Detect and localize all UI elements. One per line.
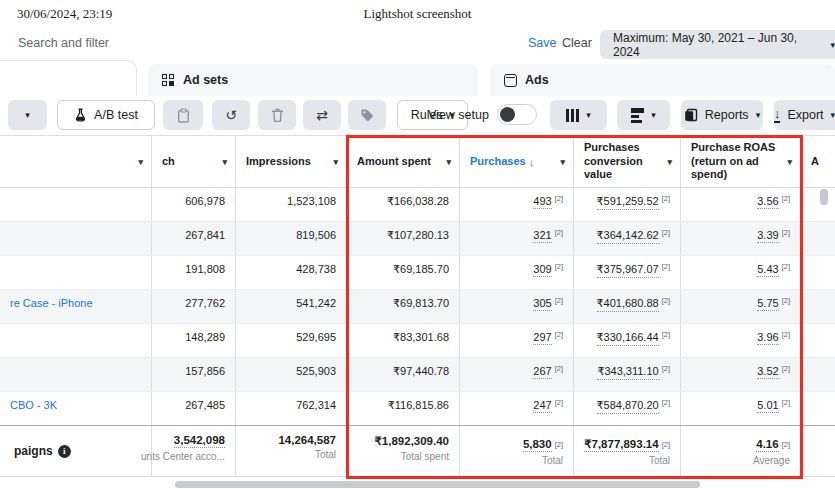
purchases-cell[interactable]: 247[2] — [460, 392, 574, 425]
conversion-value-cell[interactable]: ₹591,259.52[2] — [574, 188, 681, 221]
purchases-cell[interactable]: 309[2] — [460, 256, 574, 289]
campaigns-table: ▾ ch ▾ Impressions ▾ Amount spent ▾ Purc… — [0, 135, 835, 477]
attribution-badge: [2] — [782, 398, 790, 407]
column-header-conversion-value[interactable]: Purchases conversion value ▾ — [574, 136, 681, 187]
print-header: 30/06/2024, 23:19 Lightshot screenshot — [0, 0, 835, 28]
totals-row: paigns i 3,542,098 unts Center acco... 1… — [0, 425, 835, 476]
chevron-down-icon: ▾ — [586, 110, 591, 120]
tab-campaigns-selected[interactable] — [0, 60, 137, 96]
column-header-amount-spent[interactable]: Amount spent ▾ — [347, 136, 460, 187]
filter-bar: Search and filter Save Clear Maximum: Ma… — [0, 28, 835, 60]
tag-button[interactable] — [348, 100, 386, 130]
impressions-cell: 428,738 — [236, 256, 347, 289]
amount-spent-cell: ₹107,280.13 — [347, 222, 460, 255]
campaign-name-cell[interactable] — [0, 188, 152, 221]
purchases-cell[interactable]: 305[2] — [460, 290, 574, 323]
campaign-name-cell[interactable] — [0, 324, 152, 357]
table-row[interactable]: 157,856 525,903 ₹97,440.78 267[2] ₹343,3… — [0, 358, 835, 392]
chevron-down-icon: ▾ — [830, 40, 835, 50]
campaign-name-cell[interactable]: CBO - 3K — [0, 392, 152, 425]
roas-cell[interactable]: 3.56[2] — [681, 188, 801, 221]
tab-ad-sets[interactable]: Ad sets — [148, 64, 478, 96]
campaign-name-cell[interactable] — [0, 222, 152, 255]
attribution-badge: [2] — [782, 440, 790, 449]
search-input[interactable]: Search and filter — [18, 36, 109, 50]
conversion-value-cell[interactable]: ₹330,166.44[2] — [574, 324, 681, 357]
view-setup-toggle[interactable] — [497, 104, 537, 125]
reports-button[interactable]: Reports ▾ — [681, 100, 763, 130]
columns-icon — [566, 109, 579, 122]
conversion-value-cell[interactable]: ₹401,680.88[2] — [574, 290, 681, 323]
column-header-reach[interactable]: ch ▾ — [152, 136, 236, 187]
roas-cell[interactable]: 3.96[2] — [681, 324, 801, 357]
table-row[interactable]: 606,978 1,523,108 ₹166,038.28 493[2] ₹59… — [0, 188, 835, 222]
campaign-name-cell[interactable]: re Case - iPhone — [0, 290, 152, 323]
undo-button[interactable]: ↺ — [212, 100, 250, 130]
date-range-selector[interactable]: Maximum: May 30, 2021 – Jun 30, 2024 ▾ — [600, 30, 835, 59]
table-row[interactable]: CBO - 3K 267,485 762,314 ₹116,815.86 247… — [0, 392, 835, 426]
compare-button[interactable]: ⇄ — [303, 100, 341, 130]
totals-roas-cell: 4.16[2] Average — [681, 426, 801, 476]
amount-spent-cell: ₹97,440.78 — [347, 358, 460, 391]
print-title: Lightshot screenshot — [0, 6, 835, 22]
tab-ads[interactable]: Ads — [490, 64, 835, 96]
purchases-cell[interactable]: 321[2] — [460, 222, 574, 255]
attribution-badge: [2] — [782, 194, 790, 203]
column-header-partial[interactable]: A — [801, 136, 835, 187]
save-button[interactable]: Save — [528, 36, 557, 50]
column-header-impressions[interactable]: Impressions ▾ — [236, 136, 347, 187]
roas-cell[interactable]: 3.52[2] — [681, 358, 801, 391]
conversion-value-cell[interactable]: ₹343,311.10[2] — [574, 358, 681, 391]
vertical-scrollbar-thumb[interactable] — [820, 189, 828, 205]
table-row[interactable]: 267,841 819,506 ₹107,280.13 321[2] ₹364,… — [0, 222, 835, 256]
attribution-badge: [2] — [662, 262, 670, 271]
amount-spent-cell: ₹83,301.68 — [347, 324, 460, 357]
purchases-cell[interactable]: 297[2] — [460, 324, 574, 357]
ads-frame-icon — [504, 74, 517, 87]
reach-cell: 148,289 — [152, 324, 236, 357]
chevron-down-icon: ▾ — [783, 157, 792, 167]
info-icon[interactable]: i — [58, 445, 71, 458]
column-header-name[interactable]: ▾ — [0, 136, 152, 187]
partial-cell — [801, 188, 835, 221]
table-row[interactable]: 191,808 428,738 ₹69,185.70 309[2] ₹375,9… — [0, 256, 835, 290]
trash-icon — [271, 108, 284, 122]
table-row[interactable]: re Case - iPhone 277,762 541,242 ₹69,813… — [0, 290, 835, 324]
clear-button[interactable]: Clear — [562, 36, 592, 50]
tab-ad-sets-label: Ad sets — [183, 73, 228, 87]
delete-button[interactable] — [258, 100, 296, 130]
table-row[interactable]: 148,289 529,695 ₹83,301.68 297[2] ₹330,1… — [0, 324, 835, 358]
roas-cell[interactable]: 5.75[2] — [681, 290, 801, 323]
duplicate-button[interactable] — [163, 100, 203, 130]
attribution-badge: [2] — [555, 262, 563, 271]
roas-cell[interactable]: 5.43[2] — [681, 256, 801, 289]
columns-button[interactable]: ▾ — [550, 100, 607, 130]
campaign-name-cell[interactable] — [0, 256, 152, 289]
conversion-value-cell[interactable]: ₹584,870.20[2] — [574, 392, 681, 425]
roas-cell[interactable]: 3.39[2] — [681, 222, 801, 255]
column-header-purchases[interactable]: Purchases ↓ ▾ — [460, 136, 574, 187]
flask-icon — [74, 108, 87, 122]
ab-test-label: A/B test — [94, 108, 138, 122]
chevron-down-icon: ▾ — [663, 157, 672, 167]
conversion-value-cell[interactable]: ₹375,967.07[2] — [574, 256, 681, 289]
column-header-roas[interactable]: Purchase ROAS (return on ad spend) ▾ — [681, 136, 801, 187]
campaign-name-cell[interactable] — [0, 358, 152, 391]
partial-cell — [801, 426, 835, 476]
ab-test-button[interactable]: A/B test — [57, 100, 155, 130]
amount-spent-cell: ₹116,815.86 — [347, 392, 460, 425]
more-actions-button[interactable]: ▾ — [8, 100, 47, 130]
reach-cell: 191,808 — [152, 256, 236, 289]
ad-sets-grid-icon — [162, 74, 175, 87]
swap-arrows-icon: ⇄ — [316, 108, 328, 122]
roas-cell[interactable]: 5.01[2] — [681, 392, 801, 425]
conversion-value-cell[interactable]: ₹364,142.62[2] — [574, 222, 681, 255]
breakdown-button[interactable]: ▾ — [617, 100, 670, 130]
purchases-cell[interactable]: 267[2] — [460, 358, 574, 391]
horizontal-scrollbar-thumb[interactable] — [175, 481, 700, 488]
attribution-badge: [2] — [662, 296, 670, 305]
undo-icon: ↺ — [225, 108, 237, 122]
purchases-cell[interactable]: 493[2] — [460, 188, 574, 221]
export-button[interactable]: ↓ Export ▾ — [774, 100, 835, 130]
attribution-badge: [2] — [782, 262, 790, 271]
